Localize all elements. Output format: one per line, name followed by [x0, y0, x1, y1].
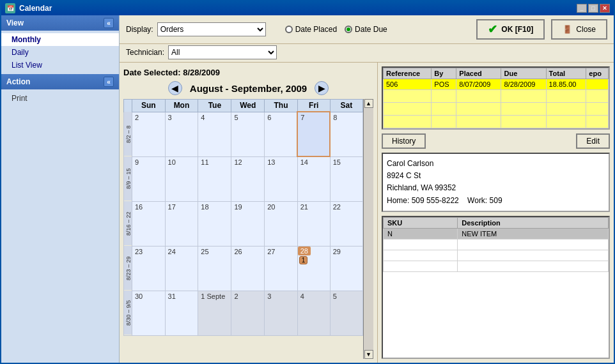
date-placed-option[interactable]: Date Placed — [285, 25, 337, 34]
view-section-label: View — [6, 19, 24, 27]
right-panel: Reference By Placed Due Total epo — [377, 63, 614, 363]
item-row-1[interactable]: N NEW ITEM — [384, 228, 609, 239]
window-title: Calendar — [19, 4, 52, 13]
order-row-3[interactable] — [384, 103, 609, 116]
cal-day-15[interactable]: 15 — [330, 156, 362, 201]
item-desc-1: NEW ITEM — [458, 228, 609, 239]
next-month-button[interactable]: ▶ — [315, 81, 329, 95]
cal-day-sep2[interactable]: 2 — [231, 291, 265, 335]
cal-day-6[interactable]: 6 — [265, 112, 298, 156]
item-desc-2 — [458, 239, 609, 250]
cal-day-31[interactable]: 31 — [165, 291, 198, 335]
cal-day-27[interactable]: 27 — [265, 246, 298, 291]
body-area: Date Selected: 8/28/2009 ◀ August - Sept… — [120, 63, 614, 363]
order-row-2[interactable] — [384, 90, 609, 103]
col-thu: Thu — [265, 100, 298, 112]
date-due-option[interactable]: Date Due — [345, 25, 387, 34]
item-row-4[interactable] — [384, 261, 609, 271]
customer-name: Carol Carlson — [387, 158, 605, 170]
orders-table-container: Reference By Placed Due Total epo — [382, 66, 610, 130]
calendar-icon: 📅 — [5, 3, 15, 13]
order-due: 8/28/2009 — [501, 79, 546, 90]
cal-day-17[interactable]: 17 — [165, 201, 198, 246]
event-dot[interactable]: 1 — [299, 256, 308, 264]
week-label-1: 8/2 – 8 — [124, 112, 132, 156]
main-content: View « Monthly Daily List View — [1, 15, 614, 363]
cal-day-sep5[interactable]: 5 — [330, 291, 362, 335]
cal-day-21[interactable]: 21 — [297, 201, 330, 246]
sidebar-item-listview[interactable]: List View — [1, 59, 119, 72]
cal-day-sep4[interactable]: 4 — [297, 291, 330, 335]
calendar-scrollbar[interactable]: ▲ ▼ — [363, 99, 373, 359]
close-button[interactable]: 🚪 Close — [551, 19, 607, 40]
item-row-2[interactable] — [384, 239, 609, 250]
orders-header-row: Reference By Placed Due Total epo — [384, 68, 609, 79]
calendar-window: 📅 Calendar _ □ ✕ View « Monthly — [0, 0, 615, 364]
technician-select[interactable]: All Tech 1 — [168, 45, 277, 59]
history-button[interactable]: History — [382, 133, 426, 149]
week-label-2: 8/9 – 15 — [124, 156, 132, 201]
cal-day-24[interactable]: 24 — [165, 246, 198, 291]
cal-day-19[interactable]: 19 — [231, 201, 265, 246]
edit-button[interactable]: Edit — [576, 133, 610, 149]
item-row-3[interactable] — [384, 250, 609, 261]
week-col-header — [124, 100, 132, 112]
customer-info: Carol Carlson 8924 C St Richland, WA 993… — [382, 153, 610, 212]
minimize-button[interactable]: _ — [577, 4, 587, 13]
col-fri: Fri — [297, 100, 330, 112]
cal-day-7[interactable]: 7 — [297, 112, 330, 156]
prev-month-button[interactable]: ◀ — [168, 81, 182, 95]
cal-day-26[interactable]: 26 — [231, 246, 265, 291]
cal-day-30[interactable]: 30 — [132, 291, 166, 335]
col-sat: Sat — [330, 100, 362, 112]
cal-day-25[interactable]: 25 — [198, 246, 231, 291]
cal-day-sep3[interactable]: 3 — [265, 291, 298, 335]
cal-day-18[interactable]: 18 — [198, 201, 231, 246]
cal-day-8[interactable]: 8 — [330, 112, 362, 156]
calendar-scroll-area: Sun Mon Tue Wed Thu Fri Sat — [123, 99, 363, 359]
customer-address: 8924 C St — [387, 170, 605, 182]
technician-label: Technician: — [126, 48, 164, 57]
cal-day-3[interactable]: 3 — [165, 112, 198, 156]
cal-day-12[interactable]: 12 — [231, 156, 265, 201]
action-item-print[interactable]: Print — [1, 92, 119, 105]
cal-day-11[interactable]: 11 — [198, 156, 231, 201]
orders-table: Reference By Placed Due Total epo — [383, 68, 609, 128]
action-collapse-button[interactable]: « — [104, 77, 114, 87]
order-row-4[interactable] — [384, 116, 609, 128]
sidebar-item-daily[interactable]: Daily — [1, 46, 119, 59]
title-bar-left: 📅 Calendar — [5, 3, 52, 13]
calendar-header-row: Sun Mon Tue Wed Thu Fri Sat — [124, 100, 363, 112]
date-due-radio[interactable] — [345, 26, 352, 33]
cal-day-10[interactable]: 10 — [165, 156, 198, 201]
sidebar-item-monthly[interactable]: Monthly — [1, 33, 119, 46]
date-placed-radio[interactable] — [285, 26, 293, 33]
cal-day-23[interactable]: 23 — [132, 246, 166, 291]
calendar-container: Sun Mon Tue Wed Thu Fri Sat — [123, 99, 373, 359]
cal-day-9[interactable]: 9 — [132, 156, 166, 201]
cal-day-16[interactable]: 16 — [132, 201, 166, 246]
cal-day-4[interactable]: 4 — [198, 112, 231, 156]
view-collapse-button[interactable]: « — [104, 18, 114, 28]
col-reference: Reference — [384, 68, 432, 79]
order-row-1[interactable]: 506 POS 8/07/2009 8/28/2009 18.85.00 — [384, 79, 609, 90]
col-mon: Mon — [165, 100, 198, 112]
order-total: 18.85.00 — [546, 79, 586, 90]
item-sku-3 — [384, 250, 458, 261]
cal-day-14[interactable]: 14 — [297, 156, 330, 201]
scroll-down-button[interactable]: ▼ — [364, 350, 373, 359]
maximize-button[interactable]: □ — [588, 4, 598, 13]
cal-day-20[interactable]: 20 — [265, 201, 298, 246]
cal-day-2[interactable]: 2 — [132, 112, 166, 156]
cal-day-5[interactable]: 5 — [231, 112, 265, 156]
cal-day-29[interactable]: 29 — [330, 246, 362, 291]
ok-button[interactable]: ✔ OK [F10] — [476, 19, 545, 40]
display-select[interactable]: Orders Appointments All — [157, 22, 266, 36]
cal-day-13[interactable]: 13 — [265, 156, 298, 201]
cal-day-28[interactable]: 281 — [297, 246, 330, 291]
cal-day-22[interactable]: 22 — [330, 201, 362, 246]
window-close-button[interactable]: ✕ — [600, 4, 610, 13]
scroll-up-button[interactable]: ▲ — [364, 99, 373, 108]
items-header-row: SKU Description — [384, 217, 609, 228]
cal-day-sep1[interactable]: 1 Septe — [198, 291, 231, 335]
